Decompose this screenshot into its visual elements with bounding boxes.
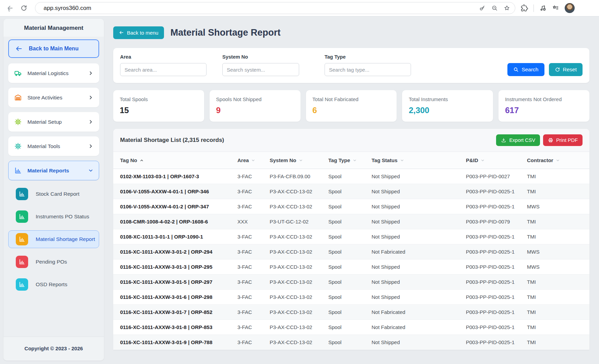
bookmark-star-icon[interactable] bbox=[504, 5, 510, 11]
cell-tag-status: Not Shipped bbox=[368, 275, 462, 290]
cell-tag-no: 0116-XC-1011-AXXW-3-01-3 | ORP-295 bbox=[113, 259, 234, 275]
table-row[interactable]: 0116-XC-1011-AXXW-3-01-6 | ORP-2983-FACP… bbox=[113, 290, 589, 305]
export-csv-button[interactable]: Export CSV bbox=[496, 134, 540, 146]
column-header-p-id[interactable]: P&ID bbox=[462, 152, 524, 169]
chevron-right-icon bbox=[88, 71, 93, 76]
cell-contractor: TMI bbox=[524, 275, 589, 290]
key-icon[interactable] bbox=[479, 5, 485, 11]
tag-type-input[interactable] bbox=[325, 63, 411, 76]
extensions-icon[interactable] bbox=[521, 4, 528, 12]
sidebar-item-instruments-po-status[interactable]: Instruments PO Status bbox=[8, 208, 99, 226]
media-control-icon[interactable] bbox=[539, 4, 547, 12]
cell-tag-status: Not Shipped bbox=[368, 199, 462, 214]
table-row[interactable]: 0116-XC-1011-AXXW-3-01-9 | ORP-7883-FACP… bbox=[113, 335, 589, 350]
cell-tag-no: 0116-XC-1011-AXXW-3-01-2 | ORP-294 bbox=[113, 244, 234, 259]
cell-contractor: TMI bbox=[524, 214, 589, 229]
browser-back-button[interactable] bbox=[4, 2, 16, 14]
cell-area: 3-FAC bbox=[234, 199, 266, 214]
sidebar-item-material-setup[interactable]: Material Setup bbox=[8, 112, 99, 132]
area-input[interactable] bbox=[120, 63, 207, 76]
cell-contractor: TMI bbox=[524, 335, 589, 350]
sidebar-item-stock-card-report[interactable]: Stock Card Report bbox=[8, 185, 99, 203]
filter-label-area: Area bbox=[120, 54, 207, 60]
sidebar-item-material-tools[interactable]: Material Tools bbox=[8, 136, 99, 156]
cell-p-id: P003-PP-PID-0025-1 bbox=[462, 275, 524, 290]
print-pdf-button[interactable]: Print PDF bbox=[543, 134, 583, 146]
cell-tag-type: Spool bbox=[325, 275, 368, 290]
filter-label-system-no: System No bbox=[222, 54, 299, 60]
cell-tag-type: Spool bbox=[325, 290, 368, 305]
table-row[interactable]: 0106-V-1055-AXXW-4-01-2 | ORP-3473-FACP3… bbox=[113, 199, 589, 214]
cell-tag-type: Spool bbox=[325, 305, 368, 320]
sort-caret-down-icon bbox=[481, 158, 485, 162]
bar-chart-icon bbox=[16, 278, 28, 291]
cell-contractor: MWS bbox=[524, 199, 589, 214]
table-header-row: Tag NoAreaSystem NoTag TypeTag StatusP&I… bbox=[113, 152, 589, 169]
table-row[interactable]: 0116-XC-1011-AXXW-3-01-2 | ORP-2943-FACP… bbox=[113, 244, 589, 259]
cell-tag-status: Not Fabricated bbox=[368, 244, 462, 259]
column-header-tag-status[interactable]: Tag Status bbox=[368, 152, 462, 169]
profile-avatar[interactable] bbox=[565, 3, 575, 13]
stat-card-instruments-not-ordered: Instruments Not Ordered 617 bbox=[498, 90, 589, 122]
stat-card-spools-not-shipped: Spools Not Shipped 9 bbox=[210, 90, 301, 122]
table-row[interactable]: 0116-XC-1011-AXXW-3-01-5 | ORP-2973-FACP… bbox=[113, 275, 589, 290]
stat-card-total-not-fabricated: Total Not Fabricated 6 bbox=[306, 90, 397, 122]
sidebar-item-pending-pos[interactable]: Pending POs bbox=[8, 253, 99, 271]
url-text[interactable]: app.syros360.com bbox=[44, 5, 479, 12]
sidebar-item-material-reports[interactable]: Material Reports bbox=[8, 161, 99, 180]
table-row[interactable]: 0108-CMR-1008-4-02-2 | ORP-1608-6XXXP3-U… bbox=[113, 214, 589, 229]
download-icon bbox=[501, 137, 506, 143]
back-to-main-menu-button[interactable]: Back to Main Menu bbox=[8, 39, 99, 58]
sidebar-item-osd-reports[interactable]: OSD Reports bbox=[8, 276, 99, 293]
cell-tag-no: 0106-V-1055-AXXW-4-01-1 | ORP-346 bbox=[113, 184, 234, 199]
column-header-system-no[interactable]: System No bbox=[266, 152, 325, 169]
cell-system-no: P3-AX-CCD-13-02 bbox=[266, 290, 325, 305]
cell-system-no: P3-AX-CCD-13-02 bbox=[266, 244, 325, 259]
zoom-out-icon[interactable] bbox=[491, 5, 498, 11]
toolbar-separator bbox=[533, 4, 534, 12]
reset-button[interactable]: Reset bbox=[549, 63, 583, 76]
arrow-left-icon bbox=[119, 30, 124, 35]
column-header-tag-no[interactable]: Tag No bbox=[113, 152, 234, 169]
address-bar[interactable]: app.syros360.com bbox=[35, 2, 515, 14]
column-header-tag-type[interactable]: Tag Type bbox=[325, 152, 368, 169]
cell-system-no: P3-AX-CCD-13-02 bbox=[266, 305, 325, 320]
sidebar-item-material-logistics[interactable]: Material Logistics bbox=[8, 63, 99, 83]
table-row[interactable]: 0106-V-1055-AXXW-4-01-1 | ORP-3463-FACP3… bbox=[113, 184, 589, 199]
chevron-right-icon bbox=[88, 144, 93, 149]
sidebar-item-store-activities[interactable]: Store Activities bbox=[8, 88, 99, 107]
cell-tag-type: Spool bbox=[325, 184, 368, 199]
filter-label-tag-type: Tag Type bbox=[325, 54, 411, 60]
column-header-area[interactable]: Area bbox=[234, 152, 266, 169]
column-header-contractor[interactable]: Contractor bbox=[524, 152, 589, 169]
system-no-input[interactable] bbox=[222, 63, 299, 76]
stat-value-total-spools: 15 bbox=[120, 106, 198, 115]
cell-tag-no: 0116-XC-1011-AXXW-3-01-8 | ORP-853 bbox=[113, 320, 234, 335]
sort-caret-down-icon bbox=[556, 158, 560, 162]
table-row[interactable]: 0116-XC-1011-AXXW-3-01-7 | ORP-8523-FACP… bbox=[113, 305, 589, 320]
table-row[interactable]: 0116-XC-1011-AXXW-3-01-3 | ORP-2953-FACP… bbox=[113, 259, 589, 275]
back-to-menu-button[interactable]: Back to menu bbox=[113, 26, 164, 39]
cell-tag-type: Spool bbox=[325, 229, 368, 244]
sort-caret-down-icon bbox=[400, 158, 404, 162]
shortage-table: Tag NoAreaSystem NoTag TypeTag StatusP&I… bbox=[113, 152, 589, 350]
cell-tag-status: Not Fabricated bbox=[368, 320, 462, 335]
sort-caret-down-icon bbox=[299, 158, 303, 162]
cell-tag-no: 0116-XC-1011-AXXW-3-01-7 | ORP-852 bbox=[113, 305, 234, 320]
bar-chart-icon bbox=[16, 210, 28, 223]
favorites-list-icon[interactable] bbox=[552, 4, 559, 12]
table-row[interactable]: 0116-XC-1011-AXXW-3-01-8 | ORP-8533-FACP… bbox=[113, 320, 589, 335]
search-button[interactable]: Search bbox=[507, 63, 544, 76]
stats-row: Total Spools 15 Spools Not Shipped 9 Tot… bbox=[113, 90, 589, 122]
cell-tag-no: 0108-CMR-1008-4-02-2 | ORP-1608-6 bbox=[113, 214, 234, 229]
cell-area: 3-FAC bbox=[234, 229, 266, 244]
cell-tag-no: 0102-XM-1103-03-1 | ORP-1607-3 bbox=[113, 169, 234, 184]
table-row[interactable]: 0108-XC-1011-3-01-1 | ORP-1090-13-FACP3-… bbox=[113, 229, 589, 244]
sidebar-item-material-shortage-report[interactable]: Material Shortage Report bbox=[8, 230, 99, 248]
chevron-down-icon bbox=[88, 168, 93, 173]
filter-group-tag-type: Tag Type bbox=[325, 54, 411, 76]
cell-tag-type: Spool bbox=[325, 244, 368, 259]
browser-reload-button[interactable] bbox=[18, 2, 30, 14]
table-row[interactable]: 0102-XM-1103-03-1 | ORP-1607-33-FACP3-FA… bbox=[113, 169, 589, 184]
cell-p-id: P003-PP-PID-0025-1 bbox=[462, 229, 524, 244]
